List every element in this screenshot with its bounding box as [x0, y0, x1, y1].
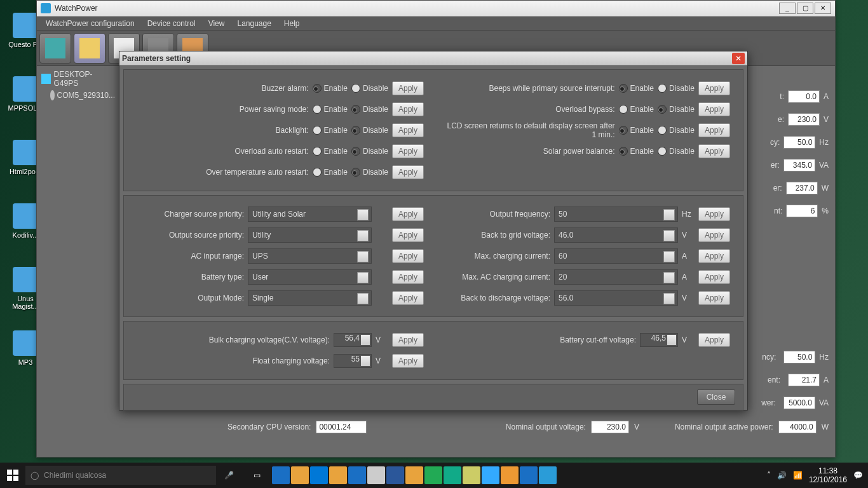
tray-notifications-icon[interactable]: 💬: [853, 471, 863, 480]
close-button[interactable]: ✕: [815, 3, 831, 14]
taskbar-app[interactable]: [348, 466, 366, 484]
apply-button[interactable]: Apply: [698, 81, 730, 95]
spinner-input[interactable]: 46,5: [640, 333, 678, 347]
radio-enable[interactable]: Enable: [619, 105, 654, 114]
minimize-button[interactable]: _: [779, 3, 796, 14]
dropdown[interactable]: 50: [554, 207, 678, 222]
dropdown[interactable]: 56.0: [554, 290, 678, 306]
apply-button[interactable]: Apply: [392, 228, 424, 242]
tray-chevron-icon[interactable]: ˄: [767, 471, 771, 480]
taskbar-app[interactable]: [539, 466, 557, 484]
toolbar-button-2[interactable]: [74, 33, 105, 64]
menu-item[interactable]: View: [202, 17, 231, 30]
radio-enable[interactable]: Enable: [313, 147, 348, 156]
value-unit: Hz: [819, 353, 829, 362]
tree-root[interactable]: DESKTOP-G49PS: [40, 69, 116, 89]
dropdown[interactable]: User: [248, 269, 372, 285]
toolbar-button-1[interactable]: [39, 33, 71, 64]
radio-disable[interactable]: Disable: [351, 168, 388, 177]
menu-item[interactable]: Help: [278, 17, 306, 30]
dropdown[interactable]: 60: [554, 248, 678, 264]
apply-button[interactable]: Apply: [698, 123, 730, 137]
taskbar-app[interactable]: [405, 466, 423, 484]
radio-enable[interactable]: Enable: [313, 126, 348, 135]
microphone-icon[interactable]: 🎤: [221, 471, 236, 480]
dropdown[interactable]: Utility and Solar: [248, 207, 372, 222]
spinner-input[interactable]: 56,4: [334, 333, 372, 347]
apply-button[interactable]: Apply: [392, 354, 424, 368]
radio-enable[interactable]: Enable: [313, 168, 348, 177]
radio-disable[interactable]: Disable: [658, 84, 695, 93]
menu-item[interactable]: WatchPower configuration: [39, 17, 141, 30]
apply-button[interactable]: Apply: [698, 291, 730, 305]
maximize-button[interactable]: ▢: [797, 3, 813, 14]
tree-child[interactable]: COM5_929310...: [49, 89, 116, 102]
menu-item[interactable]: Language: [231, 17, 277, 30]
apply-button[interactable]: Apply: [698, 270, 730, 284]
radio-enable[interactable]: Enable: [619, 147, 654, 156]
start-button[interactable]: [0, 463, 25, 488]
taskbar-app[interactable]: [482, 466, 499, 484]
apply-button[interactable]: Apply: [392, 123, 424, 137]
value-label: er:: [771, 161, 780, 170]
taskbar-app[interactable]: [272, 466, 290, 484]
svg-rect-2: [7, 476, 12, 481]
search-box[interactable]: ◯ Chiedimi qualcosa: [25, 466, 216, 485]
radio-disable[interactable]: Disable: [658, 105, 695, 114]
close-button[interactable]: Close: [697, 390, 735, 405]
radio-enable[interactable]: Enable: [313, 105, 348, 114]
apply-button[interactable]: Apply: [392, 144, 424, 158]
radio-disable[interactable]: Disable: [658, 147, 695, 156]
apply-button[interactable]: Apply: [392, 291, 424, 305]
dialog-close-icon[interactable]: ✕: [732, 53, 745, 64]
unit: A: [682, 252, 695, 261]
apply-button[interactable]: Apply: [698, 249, 730, 263]
dropdown[interactable]: 46.0: [554, 227, 678, 243]
taskbar-app[interactable]: [424, 466, 442, 484]
dropdown[interactable]: 20: [554, 269, 678, 285]
taskbar-app[interactable]: [386, 466, 404, 484]
menu-item[interactable]: Device control: [141, 17, 202, 30]
apply-button[interactable]: Apply: [392, 249, 424, 263]
dropdown[interactable]: Single: [248, 290, 372, 306]
radio-pane: Buzzer alarm:EnableDisableApplyBeeps whi…: [123, 69, 743, 191]
apply-button[interactable]: Apply: [698, 228, 730, 242]
taskbar-app[interactable]: [367, 466, 385, 484]
apply-button[interactable]: Apply: [392, 333, 424, 347]
dropdown[interactable]: Utility: [248, 227, 372, 243]
apply-button[interactable]: Apply: [698, 333, 730, 347]
radio-disable[interactable]: Disable: [658, 126, 695, 135]
nominal-output-voltage-label: Nominal output voltage:: [506, 423, 586, 431]
dropdown[interactable]: UPS: [248, 248, 372, 264]
radio-enable[interactable]: Enable: [313, 84, 348, 93]
radio-disable[interactable]: Disable: [351, 147, 388, 156]
taskbar-app[interactable]: [520, 466, 538, 484]
apply-button[interactable]: Apply: [392, 102, 424, 116]
radio-disable[interactable]: Disable: [351, 84, 388, 93]
taskbar-app[interactable]: [444, 466, 461, 484]
apply-button[interactable]: Apply: [392, 207, 424, 221]
radio-disable[interactable]: Disable: [351, 105, 388, 114]
radio-enable[interactable]: Enable: [619, 84, 654, 93]
tray-volume-icon[interactable]: 🔊: [777, 471, 787, 480]
taskbar-app[interactable]: [291, 466, 309, 484]
apply-button[interactable]: Apply: [698, 207, 730, 221]
right-values-2: ncy:50.0Hzent:21.7Awer:5000.0VA: [746, 350, 829, 419]
tray-wifi-icon[interactable]: 📶: [793, 471, 803, 480]
radio-disable[interactable]: Disable: [351, 126, 388, 135]
taskbar-app[interactable]: [310, 466, 328, 484]
radio-enable[interactable]: Enable: [619, 126, 654, 135]
param-row: Output Mode:SingleApplyBack to discharge…: [137, 289, 730, 307]
spinner-input[interactable]: 55: [334, 354, 372, 368]
apply-button[interactable]: Apply: [392, 270, 424, 284]
taskbar-app[interactable]: [501, 466, 519, 484]
taskbar-app[interactable]: [329, 466, 347, 484]
apply-button[interactable]: Apply: [392, 81, 424, 95]
apply-button[interactable]: Apply: [392, 165, 424, 179]
task-view-icon[interactable]: ▭: [248, 471, 266, 480]
taskbar-app[interactable]: [463, 466, 480, 484]
apply-button[interactable]: Apply: [698, 102, 730, 116]
apply-button[interactable]: Apply: [698, 144, 730, 158]
tray-clock[interactable]: 11:38 12/10/2016: [809, 466, 847, 484]
value-row: ncy:50.0Hz: [746, 350, 829, 364]
